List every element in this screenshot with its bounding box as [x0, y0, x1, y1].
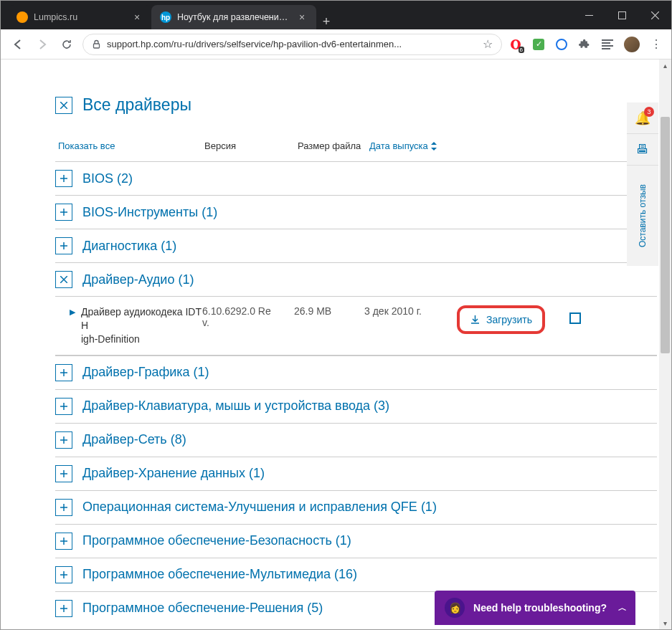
- close-tab-icon[interactable]: ×: [296, 11, 308, 23]
- expand-category-button[interactable]: [55, 237, 72, 254]
- expand-category-button[interactable]: [55, 600, 72, 617]
- category-row[interactable]: Программное обеспечение-Безопасность (1): [55, 524, 657, 558]
- extensions-menu-icon[interactable]: [578, 38, 591, 51]
- extension-badge: 6: [519, 47, 524, 53]
- nav-reload-button[interactable]: [58, 36, 75, 53]
- help-chat-widget[interactable]: 👩 Need help troubleshooting? ︿: [435, 591, 635, 625]
- expand-category-button[interactable]: [55, 465, 72, 482]
- close-icon: [651, 11, 659, 19]
- expand-category-button[interactable]: [55, 271, 72, 288]
- puzzle-icon: [579, 39, 590, 50]
- profile-avatar[interactable]: [624, 37, 640, 52]
- category-label: Программное обеспечение-Решения (5): [82, 601, 323, 616]
- expand-driver-icon[interactable]: ▶: [70, 305, 75, 346]
- category-label: Драйвер-Сеть (8): [82, 432, 186, 447]
- list-icon: [602, 39, 613, 49]
- category-row[interactable]: Драйвер-Графика (1): [55, 355, 657, 389]
- plus-icon: [60, 470, 67, 477]
- browser-menu-button[interactable]: ⋮: [650, 38, 663, 51]
- url-text: support.hp.com/ru-ru/drivers/selfservice…: [107, 39, 477, 49]
- category-label: Драйвер-Хранение данных (1): [82, 466, 265, 481]
- close-tab-icon[interactable]: ×: [131, 11, 143, 23]
- category-row[interactable]: Драйвер-Сеть (8): [55, 423, 657, 457]
- driver-name[interactable]: Драйвер аудиокодека IDT High-Definition: [81, 305, 202, 346]
- vertical-scrollbar[interactable]: ▴ ▾: [659, 59, 671, 629]
- expand-category-button[interactable]: [55, 533, 72, 550]
- category-row[interactable]: BIOS-Инструменты (1): [55, 195, 657, 229]
- plus-icon: [60, 504, 67, 511]
- plus-icon: [60, 436, 67, 444]
- expand-category-button[interactable]: [55, 170, 72, 187]
- maximize-icon: [618, 11, 626, 19]
- category-label: Программное обеспечение-Безопасность (1): [82, 533, 351, 548]
- printer-icon: 🖶: [636, 142, 649, 157]
- arrow-left-icon: [12, 39, 24, 50]
- nav-back-button[interactable]: [9, 36, 27, 53]
- column-size: Размер файла: [298, 140, 369, 151]
- column-date-sort[interactable]: Дата выпуска: [369, 140, 470, 151]
- scrollbar-thumb[interactable]: [661, 117, 670, 353]
- new-tab-button[interactable]: +: [316, 14, 336, 29]
- category-label: Драйвер-Графика (1): [82, 365, 209, 380]
- driver-date: 3 дек 2010 г.: [364, 305, 454, 317]
- plus-icon: [60, 403, 67, 410]
- plus-icon: [60, 175, 67, 182]
- scroll-down-icon[interactable]: ▾: [659, 617, 671, 629]
- select-driver-checkbox[interactable]: [569, 312, 581, 324]
- category-row[interactable]: Драйвер-Клавиатура, мышь и устройства вв…: [55, 389, 657, 423]
- browser-toolbar: support.hp.com/ru-ru/drivers/selfservice…: [1, 29, 671, 59]
- plus-icon: [60, 209, 67, 216]
- window-maximize-button[interactable]: [605, 1, 638, 29]
- plus-icon: [60, 538, 67, 545]
- extension-globe-icon[interactable]: [555, 38, 568, 51]
- show-all-link[interactable]: Показать все: [58, 140, 115, 151]
- category-row[interactable]: Драйвер-Аудио (1): [55, 262, 657, 296]
- category-row[interactable]: BIOS (2): [55, 161, 657, 195]
- download-label: Загрузить: [486, 314, 532, 325]
- feedback-button[interactable]: Оставить отзыв: [627, 166, 658, 266]
- browser-tab-active[interactable]: hp Ноутбук для развлечений HP Pa ×: [151, 5, 316, 29]
- star-icon[interactable]: ☆: [483, 37, 493, 51]
- globe-icon: [556, 39, 567, 50]
- notifications-button[interactable]: 🔔 3: [627, 102, 658, 134]
- svg-rect-1: [618, 11, 625, 19]
- expand-category-button[interactable]: [55, 398, 72, 415]
- sort-icon: [431, 142, 437, 151]
- expand-category-button[interactable]: [55, 364, 72, 381]
- scroll-up-icon[interactable]: ▴: [659, 59, 671, 72]
- driver-row: ▶ Драйвер аудиокодека IDT High-Definitio…: [55, 296, 657, 355]
- expand-category-button[interactable]: [55, 431, 72, 449]
- expand-category-button[interactable]: [55, 499, 72, 516]
- expand-category-button[interactable]: [55, 566, 72, 583]
- chevron-up-icon: ︿: [618, 602, 627, 614]
- print-button[interactable]: 🖶: [627, 134, 658, 166]
- plus-icon: [60, 605, 67, 612]
- browser-tab-inactive[interactable]: Lumpics.ru ×: [8, 5, 151, 29]
- driver-size: 26.9 MB: [294, 305, 364, 317]
- reading-list-icon[interactable]: [601, 38, 614, 51]
- tab-title: Lumpics.ru: [34, 12, 126, 22]
- svg-point-4: [514, 40, 518, 48]
- window-close-button[interactable]: [638, 1, 671, 29]
- arrow-right-icon: [37, 39, 48, 50]
- check-icon: ✓: [533, 39, 544, 50]
- category-label: BIOS (2): [82, 171, 133, 186]
- plus-icon: [60, 571, 67, 578]
- download-button[interactable]: Загрузить: [457, 305, 545, 334]
- category-label: Драйвер-Аудио (1): [82, 272, 194, 287]
- close-icon: [60, 276, 67, 283]
- window-minimize-button[interactable]: [572, 1, 605, 29]
- nav-forward-button[interactable]: [34, 36, 51, 53]
- address-bar[interactable]: support.hp.com/ru-ru/drivers/selfservice…: [82, 34, 502, 55]
- favicon-lumpics: [16, 11, 28, 23]
- extension-checkmark-icon[interactable]: ✓: [532, 38, 545, 51]
- category-row[interactable]: Операционная система-Улучшения и исправл…: [55, 490, 657, 524]
- page-heading: Все драйверы: [82, 95, 191, 115]
- category-row[interactable]: Драйвер-Хранение данных (1): [55, 457, 657, 490]
- svg-rect-0: [585, 15, 593, 16]
- extension-opera-icon[interactable]: 6: [509, 38, 522, 51]
- collapse-all-button[interactable]: [55, 97, 72, 114]
- category-row[interactable]: Диагностика (1): [55, 229, 657, 262]
- expand-category-button[interactable]: [55, 204, 72, 221]
- category-row[interactable]: Программное обеспечение-Мультимедиа (16): [55, 558, 657, 591]
